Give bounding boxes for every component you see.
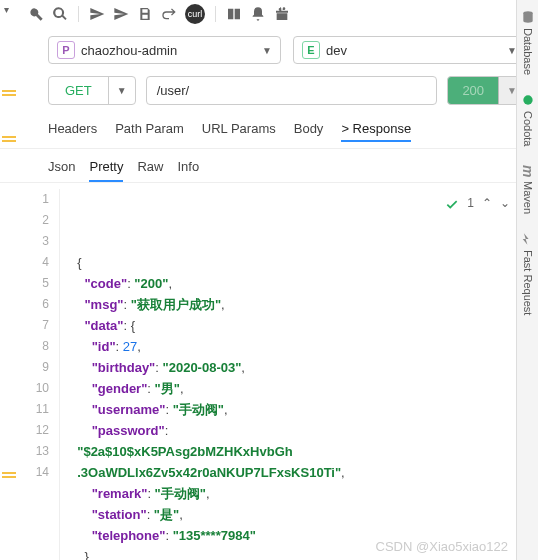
tab-url-params[interactable]: URL Params: [202, 121, 276, 142]
redo-icon[interactable]: [161, 6, 177, 22]
response-body[interactable]: 1 ⌃ ⌄ { "code": "200", "msg": "获取用户成功", …: [60, 189, 538, 560]
response-tabs: JsonPrettyRawInfo: [0, 149, 538, 183]
project-dropdown[interactable]: P chaozhou-admin ▼: [48, 36, 281, 64]
curl-icon[interactable]: curl: [185, 4, 205, 24]
validation-marks[interactable]: 1 ⌃ ⌄: [445, 193, 510, 214]
method-select[interactable]: GET ▼: [48, 76, 136, 105]
url-input[interactable]: /user/: [146, 76, 438, 105]
send-fill-icon[interactable]: [89, 6, 105, 22]
method-label: GET: [49, 77, 108, 104]
project-badge: P: [57, 41, 75, 59]
save-icon[interactable]: [137, 6, 153, 22]
status-select[interactable]: 200 ▼: [447, 76, 526, 105]
left-gutter-marks: [2, 90, 16, 478]
bell-icon[interactable]: [250, 6, 266, 22]
book-icon[interactable]: [226, 6, 242, 22]
side-tab-codota[interactable]: Codota: [521, 93, 535, 146]
status-label: 200: [448, 77, 498, 104]
side-tab-fast-request[interactable]: Fast Request: [521, 232, 535, 315]
resp-tab-json[interactable]: Json: [48, 159, 75, 182]
down-icon[interactable]: ⌄: [500, 193, 510, 214]
tab-headers[interactable]: Headers: [48, 121, 97, 142]
dropdown-caret-icon[interactable]: ▾: [4, 4, 9, 15]
right-tool-panel: Database Codota mMaven Fast Request: [516, 0, 538, 560]
resp-tab-pretty[interactable]: Pretty: [89, 159, 123, 182]
mark-count: 1: [467, 193, 474, 214]
resp-tab-raw[interactable]: Raw: [137, 159, 163, 182]
main-tabs: HeadersPath ParamURL ParamsBody> Respons…: [0, 109, 538, 149]
line-gutter: 1234567891011121314: [20, 189, 60, 560]
tab-path-param[interactable]: Path Param: [115, 121, 184, 142]
gift-icon[interactable]: [274, 6, 290, 22]
side-tab-maven[interactable]: mMaven: [520, 165, 536, 214]
resp-tab-info[interactable]: Info: [177, 159, 199, 182]
chevron-down-icon: ▼: [262, 45, 272, 56]
side-tab-database[interactable]: Database: [521, 10, 535, 75]
project-label: chaozhou-admin: [81, 43, 262, 58]
tab--response[interactable]: > Response: [341, 121, 411, 142]
env-dropdown[interactable]: E dev ▼: [293, 36, 526, 64]
env-label: dev: [326, 43, 507, 58]
wrench-icon[interactable]: [28, 6, 44, 22]
env-badge: E: [302, 41, 320, 59]
tab-body[interactable]: Body: [294, 121, 324, 142]
chevron-down-icon: ▼: [108, 77, 135, 104]
up-icon[interactable]: ⌃: [482, 193, 492, 214]
svg-point-1: [523, 95, 532, 104]
search-icon[interactable]: [52, 6, 68, 22]
send-outline-icon[interactable]: [113, 6, 129, 22]
check-icon: [445, 197, 459, 211]
